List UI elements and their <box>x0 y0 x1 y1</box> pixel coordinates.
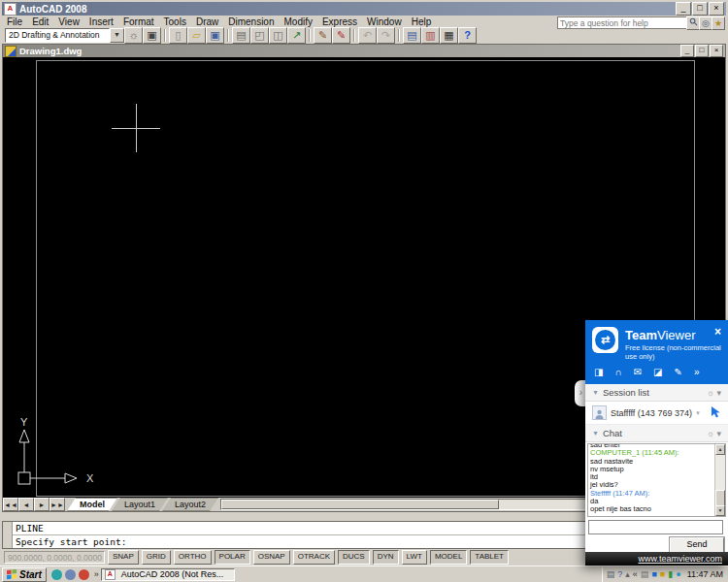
new-icon[interactable]: ▯ <box>169 27 187 44</box>
drawing-title-bar[interactable]: Drawing1.dwg _ □ × <box>3 45 725 57</box>
help-icon[interactable]: ? <box>458 27 477 44</box>
first-tab-icon[interactable]: ◄◄ <box>3 498 18 511</box>
toggle-grid[interactable]: GRID <box>142 550 171 565</box>
whiteboard-icon[interactable]: ✎ <box>674 367 681 378</box>
save-icon[interactable]: ▣ <box>206 27 224 44</box>
markup-set-manager-icon[interactable]: ▥ <box>421 27 440 44</box>
toggle-tablet[interactable]: TABLET <box>470 550 509 565</box>
menu-draw[interactable]: Draw <box>191 16 223 27</box>
menu-dimension[interactable]: Dimension <box>223 16 279 27</box>
last-tab-icon[interactable]: ►► <box>50 498 65 511</box>
menu-format[interactable]: Format <box>118 16 159 27</box>
close-button[interactable]: × <box>709 2 724 16</box>
remote-control-cursor-icon[interactable] <box>710 405 721 420</box>
workspace-lock-icon[interactable]: ▣ <box>143 27 161 44</box>
autocad-title-bar[interactable]: A AutoCAD 2008 _ □ × <box>2 2 726 16</box>
voip-icon[interactable]: ∩ <box>614 367 621 378</box>
taskbar-clock[interactable]: 11:47 AM <box>687 569 723 579</box>
menu-express[interactable]: Express <box>317 16 362 27</box>
quick-launch-icon-3[interactable] <box>79 569 89 580</box>
close-icon[interactable]: × <box>714 326 721 338</box>
quick-launch-icon-2[interactable] <box>65 569 76 580</box>
start-label: Start <box>19 569 42 580</box>
session-row[interactable]: Stafffff (143 769 374) ▼ <box>585 402 728 425</box>
chat-bubble-icon[interactable]: ✉ <box>634 367 642 378</box>
calculator-icon[interactable]: ▦ <box>440 27 458 44</box>
plot-preview-icon[interactable]: ◰ <box>250 27 269 44</box>
toggle-model[interactable]: MODEL <box>430 550 467 565</box>
menu-edit[interactable]: Edit <box>27 16 53 27</box>
chat-header[interactable]: ▼ Chat ☼ ▾ <box>585 425 728 442</box>
status-toggles: SNAPGRIDORTHOPOLAROSNAPOTRACKDUCSDYNLWTM… <box>108 550 509 565</box>
menu-modify[interactable]: Modify <box>280 16 317 27</box>
gear-icon[interactable]: ☼ ▾ <box>707 429 721 438</box>
teamviewer-website-link[interactable]: www.teamviewer.com <box>638 554 722 564</box>
match-properties-icon[interactable]: ✎ <box>314 27 332 44</box>
workspace-settings-icon[interactable]: ☼ <box>124 27 143 44</box>
plot-icon[interactable]: ▤ <box>232 27 250 44</box>
chat-message-box[interactable]: sad enterCOMPUTER_1 (11:45 AM):sad nasta… <box>587 443 726 517</box>
toggle-ducs[interactable]: DUCS <box>338 550 370 565</box>
toggle-snap[interactable]: SNAP <box>108 550 139 565</box>
command-window-grip[interactable] <box>3 522 13 548</box>
toggle-dyn[interactable]: DYN <box>373 550 399 565</box>
menu-tools[interactable]: Tools <box>159 16 191 27</box>
tab-layout2[interactable]: Layout2 <box>162 498 218 511</box>
maximize-button[interactable]: □ <box>692 2 708 16</box>
block-editor-icon[interactable]: ✎ <box>332 27 350 44</box>
file-transfer-icon[interactable]: ◪ <box>653 367 662 378</box>
chevron-down-icon[interactable]: ▼ <box>695 410 701 416</box>
security-tray-icon[interactable]: ■ <box>660 569 665 580</box>
send-button[interactable]: Send <box>670 537 724 553</box>
tab-model[interactable]: Model <box>67 498 117 511</box>
toggle-osnap[interactable]: OSNAP <box>253 550 290 565</box>
language-icon[interactable]: ▴ <box>625 569 630 580</box>
teamviewer-tray-icon[interactable]: ■ <box>651 569 656 580</box>
menu-window[interactable]: Window <box>362 16 407 27</box>
doc-minimize-button[interactable]: _ <box>680 45 694 57</box>
transmit-icon[interactable]: ↗ <box>287 27 306 44</box>
toggle-otrack[interactable]: OTRACK <box>293 550 335 565</box>
print-spooler-tray-icon[interactable]: ▤ <box>641 569 649 580</box>
menu-view[interactable]: View <box>53 16 84 27</box>
toggle-ortho[interactable]: ORTHO <box>174 550 212 565</box>
coordinate-display[interactable]: 900.0000, 0.0000, 0.0000 <box>4 551 105 564</box>
redo-icon[interactable]: ↷ <box>377 27 395 44</box>
printer-toolbar-icon[interactable]: ▤ <box>607 569 615 580</box>
sheet-set-manager-icon[interactable]: ▤ <box>403 27 421 44</box>
publish-icon[interactable]: ◫ <box>269 27 287 44</box>
more-icon[interactable]: » <box>694 367 700 378</box>
session-list-header[interactable]: ▼ Session list ☼ ▾ <box>585 384 728 402</box>
menu-file[interactable]: File <box>2 16 27 27</box>
quick-launch-more-icon[interactable]: » <box>92 569 101 579</box>
scroll-down-icon[interactable]: ▼ <box>715 505 725 516</box>
taskbar-task-autocad[interactable]: A AutoCAD 2008 (Not Res... <box>101 568 235 581</box>
start-button[interactable]: Start <box>2 567 47 582</box>
menu-insert[interactable]: Insert <box>84 16 118 27</box>
chevron-collapse-icon[interactable]: « <box>633 569 638 580</box>
undo-icon[interactable]: ↶ <box>358 27 377 44</box>
scroll-up-icon[interactable]: ▲ <box>715 444 725 455</box>
workspace-combobox[interactable]: 2D Drafting & Annotation <box>5 28 110 43</box>
next-tab-icon[interactable]: ► <box>34 498 50 511</box>
video-icon[interactable]: ◨ <box>594 367 603 378</box>
update-tray-icon[interactable]: ● <box>676 569 680 580</box>
network-tray-icon[interactable]: ▮ <box>668 569 673 580</box>
chat-input[interactable] <box>588 520 723 534</box>
prev-tab-icon[interactable]: ◄ <box>18 498 34 511</box>
doc-close-button[interactable]: × <box>710 45 723 57</box>
quick-launch-icon-1[interactable] <box>51 569 62 580</box>
help-toolbar-icon[interactable]: ? <box>617 569 622 580</box>
menu-help[interactable]: Help <box>407 16 437 27</box>
minimize-button[interactable]: _ <box>676 2 691 16</box>
tab-layout1[interactable]: Layout1 <box>112 498 168 511</box>
toggle-lwt[interactable]: LWT <box>402 550 427 565</box>
open-icon[interactable]: ▱ <box>187 27 206 44</box>
gear-icon[interactable]: ☼ ▾ <box>707 388 721 398</box>
toggle-polar[interactable]: POLAR <box>215 550 250 565</box>
doc-restore-button[interactable]: □ <box>695 45 709 57</box>
scrollbar-thumb[interactable] <box>221 500 499 509</box>
chat-scrollbar[interactable]: ▲ ▼ <box>714 444 725 516</box>
workspace-dropdown-icon[interactable]: ▼ <box>110 28 124 43</box>
ucs-y-label: Y <box>20 416 28 428</box>
